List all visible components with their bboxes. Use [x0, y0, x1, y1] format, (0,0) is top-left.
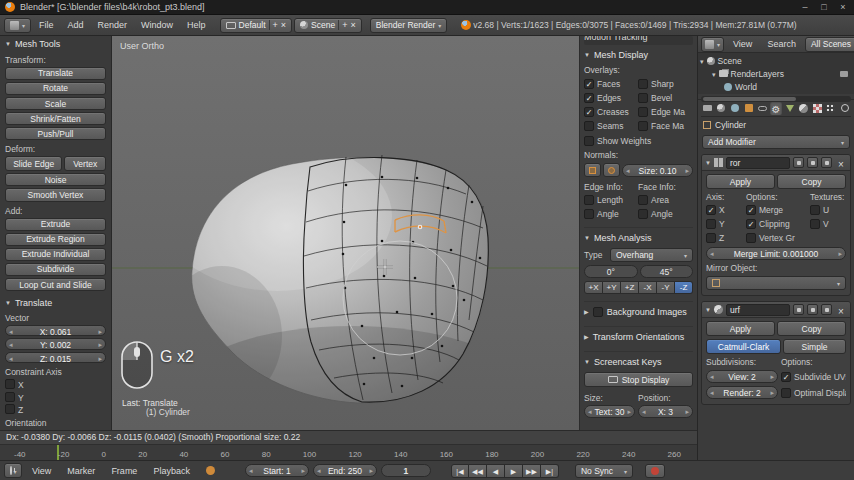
maximize-button[interactable] — [818, 2, 830, 12]
menu-help[interactable]: Help — [181, 19, 212, 31]
editor-type-button[interactable] — [4, 18, 31, 33]
outliner-item-world[interactable]: World — [700, 80, 852, 93]
normals-size-slider[interactable]: Size: 0.10 — [622, 164, 693, 177]
outliner-item-scene[interactable]: Scene — [700, 54, 852, 67]
tab-scene[interactable] — [715, 101, 728, 115]
editmode-visibility-toggle[interactable] — [821, 157, 832, 168]
next-keyframe-button[interactable]: ▶▶ — [523, 464, 541, 478]
clipping-checkbox[interactable]: ✓ — [746, 219, 756, 229]
axis-pos-z-button[interactable]: +Z — [621, 281, 639, 294]
scale-button[interactable]: Scale — [5, 97, 106, 110]
analysis-type-select[interactable]: Overhang — [610, 248, 693, 262]
timeline-ruler[interactable]: -40-200204060801001201401601802002202402… — [0, 444, 697, 460]
edge-length-checkbox[interactable] — [584, 195, 594, 205]
catmull-clark-button[interactable]: Catmull-Clark — [706, 339, 781, 354]
apply-button[interactable]: Apply — [706, 321, 775, 336]
mirror-x-checkbox[interactable]: ✓ — [706, 205, 716, 215]
shrink-fatten-button[interactable]: Shrink/Fatten — [5, 112, 106, 125]
edges-checkbox[interactable]: ✓ — [584, 93, 594, 103]
current-frame-field[interactable]: 1 — [381, 464, 431, 477]
subdivide-uvs-checkbox[interactable]: ✓ — [781, 372, 791, 382]
background-images-checkbox[interactable] — [593, 307, 603, 317]
axis-neg-y-button[interactable]: -Y — [657, 281, 675, 294]
subsurf-modifier-header[interactable]: urf — [702, 302, 850, 318]
tab-material[interactable] — [797, 101, 810, 115]
translate-button[interactable]: Translate — [5, 67, 106, 80]
rotate-button[interactable]: Rotate — [5, 82, 106, 95]
edge-angle-checkbox[interactable] — [584, 209, 594, 219]
tab-object-data[interactable] — [783, 101, 796, 115]
auto-keyframe-button[interactable] — [645, 464, 665, 478]
position-x-slider[interactable]: X: 3 — [638, 405, 693, 418]
tab-texture[interactable] — [811, 101, 824, 115]
expand-toggle-icon[interactable] — [712, 69, 716, 79]
seams-checkbox[interactable] — [584, 121, 594, 131]
play-button[interactable]: ▶ — [505, 464, 523, 478]
tab-modifiers[interactable] — [770, 101, 783, 115]
mirror-y-checkbox[interactable] — [706, 219, 716, 229]
creases-checkbox[interactable]: ✓ — [584, 107, 594, 117]
translate-y-slider[interactable]: Y: 0.002 — [5, 338, 106, 349]
sync-mode-select[interactable]: No Sync — [575, 464, 633, 478]
axis-neg-z-button[interactable]: -Z — [675, 281, 693, 294]
smooth-vertex-button[interactable]: Smooth Vertex — [5, 188, 106, 201]
translate-x-slider[interactable]: X: 0.061 — [5, 325, 106, 336]
expand-toggle-icon[interactable] — [700, 56, 704, 66]
tab-world[interactable] — [728, 101, 741, 115]
outliner-editor-type-button[interactable] — [701, 37, 724, 52]
menu-render[interactable]: Render — [92, 19, 134, 31]
min-angle-field[interactable]: 0° — [584, 265, 638, 278]
tab-object[interactable] — [742, 101, 755, 115]
mirror-modifier-header[interactable]: ror — [702, 155, 850, 171]
menu-add[interactable]: Add — [62, 19, 90, 31]
show-weights-checkbox[interactable] — [584, 136, 594, 146]
close-button[interactable] — [837, 2, 849, 12]
outliner-menu-search[interactable]: Search — [761, 38, 802, 50]
face-normals-toggle[interactable] — [584, 163, 601, 177]
delete-modifier-icon[interactable] — [835, 301, 847, 319]
text-size-slider[interactable]: Text: 30 — [584, 405, 635, 418]
subdivide-button[interactable]: Subdivide — [5, 263, 106, 276]
start-frame-slider[interactable]: Start: 1 — [245, 464, 309, 477]
max-angle-field[interactable]: 45° — [640, 265, 694, 278]
minimize-button[interactable] — [799, 2, 811, 12]
constraint-x-checkbox[interactable] — [5, 379, 15, 389]
panel-translate-operator[interactable]: Translate — [5, 296, 106, 309]
extrude-region-button[interactable]: Extrude Region — [5, 233, 106, 246]
constraint-z-checkbox[interactable] — [5, 404, 15, 414]
tab-render[interactable] — [701, 101, 714, 115]
edge-marks-checkbox[interactable] — [638, 107, 648, 117]
apply-button[interactable]: Apply — [706, 174, 775, 189]
copy-button[interactable]: Copy — [777, 174, 846, 189]
previous-keyframe-button[interactable]: ◀◀ — [469, 464, 487, 478]
timeline-menu-view[interactable]: View — [26, 465, 57, 477]
stop-display-button[interactable]: Stop Display — [584, 372, 693, 387]
transform-orientations-header[interactable]: Transform Orientations — [584, 329, 693, 344]
outliner-item-renderlayers[interactable]: RenderLayers — [700, 67, 852, 80]
sharp-checkbox[interactable] — [638, 79, 648, 89]
slide-vertex-button[interactable]: Vertex — [64, 156, 106, 171]
delete-screen-button[interactable] — [281, 20, 286, 30]
tab-constraints[interactable] — [756, 101, 769, 115]
axis-neg-x-button[interactable]: -X — [639, 281, 657, 294]
optimal-display-checkbox[interactable] — [781, 388, 791, 398]
screencast-keys-header[interactable]: Screencast Keys — [584, 354, 693, 369]
tab-particles[interactable] — [825, 101, 838, 115]
editmode-visibility-toggle[interactable] — [821, 304, 832, 315]
3d-viewport[interactable]: User Ortho G x2 Last: Translate (1) Cyli… — [112, 36, 579, 430]
timeline-menu-marker[interactable]: Marker — [61, 465, 101, 477]
add-scene-button[interactable] — [342, 20, 347, 30]
merge-limit-slider[interactable]: Merge Limit: 0.001000 — [706, 247, 846, 260]
delete-modifier-icon[interactable] — [835, 154, 847, 172]
tab-physics[interactable] — [838, 101, 851, 115]
render-visibility-toggle[interactable] — [793, 157, 804, 168]
constraint-y-checkbox[interactable] — [5, 392, 15, 402]
mesh-display-header[interactable]: Mesh Display — [584, 47, 693, 62]
timeline-menu-playback[interactable]: Playback — [147, 465, 196, 477]
render-visibility-toggle[interactable] — [793, 304, 804, 315]
texture-u-checkbox[interactable] — [810, 205, 820, 215]
push-pull-button[interactable]: Push/Pull — [5, 127, 106, 140]
menu-file[interactable]: File — [33, 19, 60, 31]
simple-button[interactable]: Simple — [783, 339, 846, 354]
texture-v-checkbox[interactable] — [810, 219, 820, 229]
